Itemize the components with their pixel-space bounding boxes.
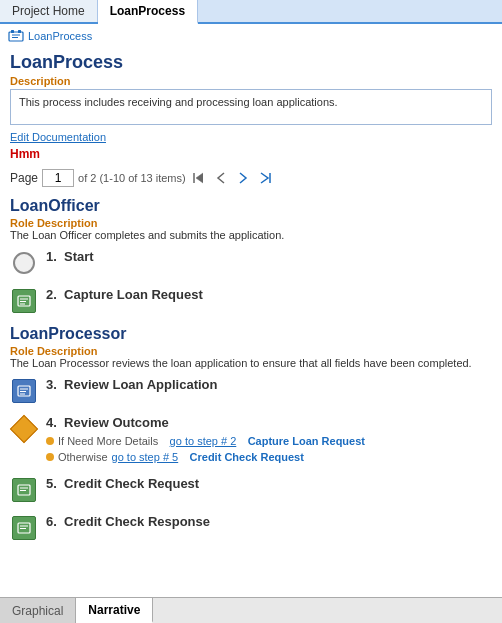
role-loanofficer: LoanOfficer Role Description The Loan Of…	[10, 197, 492, 315]
tab-project-home[interactable]: Project Home	[0, 0, 98, 22]
task-blue-icon	[12, 379, 36, 403]
task-green-icon-6	[12, 516, 36, 540]
step-1-name: Start	[64, 249, 94, 264]
pagination-info: of 2 (1-10 of 13 items)	[78, 172, 186, 184]
task-green-icon-5	[12, 478, 36, 502]
step-2-number: 2.	[46, 287, 57, 302]
step-4-outcome: 4. Review Outcome If Need More Details g…	[10, 415, 492, 466]
decision-icon-step4	[10, 415, 38, 443]
step-2-content: 2. Capture Loan Request	[46, 287, 203, 302]
description-text: This process includes receiving and proc…	[10, 89, 492, 125]
task-icon-step6	[10, 514, 38, 542]
branch-2: Otherwise go to step # 5 Credit Check Re…	[46, 450, 365, 464]
step-5-name: Credit Check Request	[64, 476, 199, 491]
step-4-number: 4.	[46, 415, 57, 430]
role-loanprocessor: LoanProcessor Role Description The Loan …	[10, 325, 492, 542]
main-content: LoanProcess Description This process inc…	[0, 48, 502, 621]
step-1-label: 1. Start	[46, 249, 94, 264]
hmm-text: Hmm	[10, 147, 492, 161]
loanofficer-title: LoanOfficer	[10, 197, 492, 215]
step-4-label: 4. Review Outcome	[46, 415, 365, 430]
loanofficer-desc-text: The Loan Officer completes and submits t…	[10, 229, 492, 241]
loanprocessor-desc-text: The Loan Processor reviews the loan appl…	[10, 357, 492, 369]
branch-2-condition: Otherwise	[58, 451, 108, 463]
step-6-content: 6. Credit Check Response	[46, 514, 210, 529]
task-icon-step2	[10, 287, 38, 315]
step-6-name: Credit Check Response	[64, 514, 210, 529]
branch-1: If Need More Details go to step # 2 Capt…	[46, 434, 365, 448]
step-3-review: 3. Review Loan Application	[10, 377, 492, 405]
page-label: Page	[10, 171, 38, 185]
branch-1-goto[interactable]: go to step # 2	[170, 435, 237, 447]
loanprocessor-desc-label: Role Description	[10, 345, 492, 357]
branch-1-condition: If Need More Details	[58, 435, 158, 447]
loanprocessor-title: LoanProcessor	[10, 325, 492, 343]
branch-1-target[interactable]: Capture Loan Request	[248, 435, 365, 447]
loanofficer-desc-label: Role Description	[10, 217, 492, 229]
process-breadcrumb-icon	[8, 28, 24, 44]
task-icon-step5	[10, 476, 38, 504]
top-tab-bar: Project Home LoanProcess	[0, 0, 502, 24]
start-icon	[10, 249, 38, 277]
step-5-number: 5.	[46, 476, 57, 491]
step-3-name: Review Loan Application	[64, 377, 217, 392]
step-6-label: 6. Credit Check Response	[46, 514, 210, 529]
task-icon-step3	[10, 377, 38, 405]
description-label: Description	[10, 75, 492, 87]
task-green-icon	[12, 289, 36, 313]
step-4-name: Review Outcome	[64, 415, 169, 430]
svg-rect-3	[11, 30, 14, 33]
tab-loanprocess-label: LoanProcess	[110, 4, 185, 18]
branch-2-bullet	[46, 453, 54, 461]
svg-rect-4	[18, 30, 21, 33]
bottom-tab-bar: Graphical Narrative	[0, 597, 502, 623]
prev-page-button[interactable]	[212, 169, 230, 187]
step-5-credit-request: 5. Credit Check Request	[10, 476, 492, 504]
step-3-number: 3.	[46, 377, 57, 392]
page-title: LoanProcess	[10, 52, 492, 73]
bottom-tab-narrative-label: Narrative	[88, 603, 140, 617]
svg-rect-0	[9, 32, 23, 41]
last-page-button[interactable]	[256, 169, 274, 187]
bottom-tab-narrative[interactable]: Narrative	[76, 598, 153, 623]
tab-loanprocess[interactable]: LoanProcess	[98, 0, 198, 24]
next-page-button[interactable]	[234, 169, 252, 187]
bottom-tab-graphical[interactable]: Graphical	[0, 598, 76, 623]
branch-2-goto[interactable]: go to step # 5	[112, 451, 179, 463]
start-circle-shape	[13, 252, 35, 274]
decision-branches: If Need More Details go to step # 2 Capt…	[46, 434, 365, 466]
branch-1-bullet	[46, 437, 54, 445]
edit-documentation-link[interactable]: Edit Documentation	[10, 131, 492, 143]
step-2-capture: 2. Capture Loan Request	[10, 287, 492, 315]
step-6-credit-response: 6. Credit Check Response	[10, 514, 492, 542]
breadcrumb: LoanProcess	[0, 24, 502, 48]
tab-project-home-label: Project Home	[12, 4, 85, 18]
step-6-number: 6.	[46, 514, 57, 529]
step-1-start: 1. Start	[10, 249, 492, 277]
step-5-label: 5. Credit Check Request	[46, 476, 199, 491]
step-2-label: 2. Capture Loan Request	[46, 287, 203, 302]
step-1-content: 1. Start	[46, 249, 94, 264]
step-1-number: 1.	[46, 249, 57, 264]
pagination-bar: Page of 2 (1-10 of 13 items)	[10, 169, 492, 187]
step-3-label: 3. Review Loan Application	[46, 377, 217, 392]
step-5-content: 5. Credit Check Request	[46, 476, 199, 491]
bottom-tab-graphical-label: Graphical	[12, 604, 63, 618]
breadcrumb-text: LoanProcess	[28, 30, 92, 42]
step-4-content: 4. Review Outcome If Need More Details g…	[46, 415, 365, 466]
step-3-content: 3. Review Loan Application	[46, 377, 217, 392]
branch-2-target[interactable]: Credit Check Request	[190, 451, 304, 463]
first-page-button[interactable]	[190, 169, 208, 187]
page-input[interactable]	[42, 169, 74, 187]
step-2-name: Capture Loan Request	[64, 287, 203, 302]
